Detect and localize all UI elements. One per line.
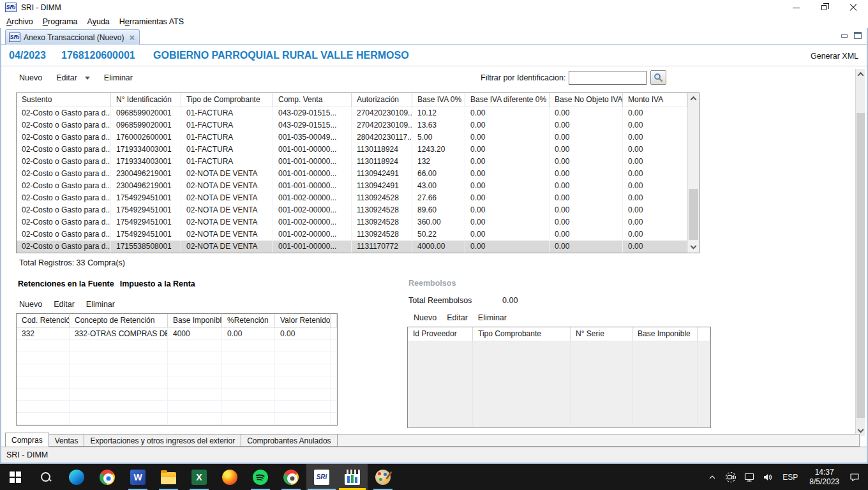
tab-anexo-transaccional[interactable]: SRi Anexo Transaccional (Nuevo) × — [5, 29, 140, 45]
column-header[interactable]: Tipo de Comprobante — [181, 93, 273, 107]
tab-ventas[interactable]: Ventas — [49, 434, 85, 447]
tab-exportaciones[interactable]: Exportaciones y otros ingresos del exter… — [84, 434, 241, 447]
table-row[interactable]: 02-Costo o Gasto para d...17193340030010… — [17, 156, 699, 168]
taskbar-file-explorer[interactable] — [153, 464, 184, 490]
tab-comprobantes-anulados[interactable]: Comprobantes Anulados — [241, 434, 337, 447]
network-icon[interactable] — [742, 464, 756, 490]
scrollbar-thumb[interactable] — [689, 189, 698, 240]
column-header[interactable]: Base Imponible — [168, 314, 222, 328]
column-header[interactable]: Concepto de Retención — [70, 314, 168, 328]
menu-herramientas-ats[interactable]: Herramientas ATS — [118, 17, 185, 27]
tab-close-icon[interactable]: × — [129, 33, 135, 42]
nuevo-button[interactable]: Nuevo — [19, 73, 42, 82]
taskbar-excel[interactable]: X — [184, 464, 214, 490]
restore-button[interactable] — [811, 0, 839, 15]
page-scrollbar[interactable] — [855, 69, 865, 436]
table-row[interactable]: 02-Costo o Gasto para d...17600026000010… — [17, 131, 699, 144]
ret-editar-button[interactable]: Editar — [54, 300, 75, 309]
taskbar-search-button[interactable] — [31, 464, 61, 490]
column-header[interactable]: Tipo Comprobante — [473, 327, 571, 341]
table-empty-row[interactable] — [17, 352, 337, 364]
reemb-editar-button[interactable]: Editar — [447, 313, 468, 322]
taskbar-firefox[interactable] — [214, 464, 245, 490]
page-scrollbar-thumb[interactable] — [857, 113, 865, 418]
filter-search-button[interactable] — [650, 70, 666, 85]
column-header[interactable]: Sustento — [17, 93, 111, 107]
column-header[interactable]: N° Serie — [571, 327, 632, 341]
minimize-panel-icon[interactable] — [841, 32, 848, 38]
table-empty-row[interactable] — [408, 353, 710, 366]
table-row[interactable]: 02-Costo o Gasto para d...23004962190010… — [17, 168, 699, 180]
taskbar-chrome-profile[interactable] — [276, 464, 306, 490]
column-header[interactable]: Cod. Retención — [17, 314, 70, 328]
table-empty-row[interactable] — [408, 414, 710, 426]
action-center-icon[interactable] — [848, 464, 862, 490]
taskbar-dimm-anexos[interactable] — [337, 464, 368, 490]
menu-archivo[interactable]: Archivo — [5, 17, 34, 27]
close-button[interactable] — [839, 0, 868, 15]
table-row[interactable]: 02-Costo o Gasto para d...09685990200010… — [17, 119, 699, 131]
ret-eliminar-button[interactable]: Eliminar — [86, 300, 115, 309]
scroll-up-icon[interactable] — [688, 93, 699, 103]
reemb-eliminar-button[interactable]: Eliminar — [478, 313, 507, 322]
table-row[interactable]: 02-Costo o Gasto para d...09685990200010… — [17, 107, 699, 119]
table-row[interactable]: 02-Costo o Gasto para d...23004962190010… — [17, 180, 699, 192]
table-empty-row[interactable] — [408, 366, 710, 378]
column-header[interactable]: Base IVA 0% — [412, 93, 465, 107]
column-header[interactable]: Autorización — [352, 93, 412, 107]
scroll-down-icon[interactable] — [688, 242, 699, 253]
table-row[interactable]: 02-Costo o Gasto para d...17549294510010… — [17, 216, 699, 228]
eliminar-button[interactable]: Eliminar — [104, 73, 133, 82]
clock[interactable]: 14:37 8/5/2023 — [805, 468, 843, 487]
taskbar-spotify[interactable] — [245, 464, 276, 490]
meet-now-icon[interactable] — [724, 464, 738, 490]
column-header[interactable]: N° Identificación — [111, 93, 181, 107]
column-header[interactable]: Monto IVA — [623, 93, 687, 107]
column-header[interactable]: Id Proveedor — [408, 327, 473, 341]
column-header[interactable]: Comp. Venta — [273, 93, 352, 107]
table-row[interactable]: 02-Costo o Gasto para d...17193340030010… — [17, 144, 699, 156]
taskbar-chrome[interactable] — [92, 464, 123, 490]
table-row[interactable]: 02-Costo o Gasto para d...17549294510010… — [17, 204, 699, 216]
column-header[interactable]: Base No Objeto IVA — [550, 93, 623, 107]
column-header[interactable]: %Retención — [222, 314, 275, 328]
table-empty-row[interactable] — [17, 389, 337, 401]
tab-compras[interactable]: Compras — [5, 433, 49, 447]
filter-input[interactable] — [569, 71, 647, 85]
menu-ayuda[interactable]: Ayuda — [86, 17, 111, 27]
table-empty-row[interactable] — [17, 376, 337, 389]
tray-chevron-up-icon[interactable] — [705, 464, 719, 490]
ret-nuevo-button[interactable]: Nuevo — [19, 300, 42, 309]
compras-table-scrollbar[interactable] — [687, 93, 699, 253]
menu-programa[interactable]: Programa — [41, 17, 79, 27]
editar-button[interactable]: Editar — [56, 73, 77, 82]
start-button[interactable] — [0, 464, 31, 490]
column-header[interactable]: Base IVA diferente 0% — [465, 93, 550, 107]
maximize-panel-icon[interactable] — [854, 32, 862, 39]
volume-icon[interactable] — [761, 464, 775, 490]
table-empty-row[interactable] — [17, 364, 337, 376]
table-row[interactable]: 02-Costo o Gasto para d...17549294510010… — [17, 192, 699, 204]
column-header[interactable] — [331, 314, 337, 328]
taskbar-sri-dimm[interactable]: SRi — [306, 464, 337, 490]
taskbar-word[interactable]: W — [123, 464, 153, 490]
table-empty-row[interactable] — [408, 341, 710, 353]
table-empty-row[interactable] — [408, 402, 710, 414]
page-scroll-up-icon[interactable] — [856, 69, 865, 79]
table-row[interactable]: 332332-OTRAS COMPRAS DE BIE...40000.000.… — [17, 328, 337, 340]
editar-dropdown-icon[interactable] — [85, 77, 90, 80]
table-row[interactable]: 02-Costo o Gasto para d...17549294510010… — [17, 228, 699, 241]
table-empty-row[interactable] — [17, 401, 337, 413]
generar-xml-button[interactable]: Generar XML — [811, 52, 858, 61]
column-header[interactable]: Base Imponible — [632, 327, 698, 341]
table-empty-row[interactable] — [17, 340, 337, 352]
reemb-nuevo-button[interactable]: Nuevo — [414, 313, 437, 322]
taskbar-paint[interactable] — [368, 464, 398, 490]
column-header[interactable]: Valor Retenido — [275, 314, 331, 328]
column-header[interactable] — [698, 327, 710, 341]
table-row[interactable]: 02-Costo o Gasto para d...17155385080010… — [17, 241, 699, 253]
table-empty-row[interactable] — [408, 390, 710, 402]
table-empty-row[interactable] — [408, 378, 710, 390]
taskbar-edge[interactable] — [61, 464, 92, 490]
language-indicator[interactable]: ESP — [779, 473, 801, 482]
